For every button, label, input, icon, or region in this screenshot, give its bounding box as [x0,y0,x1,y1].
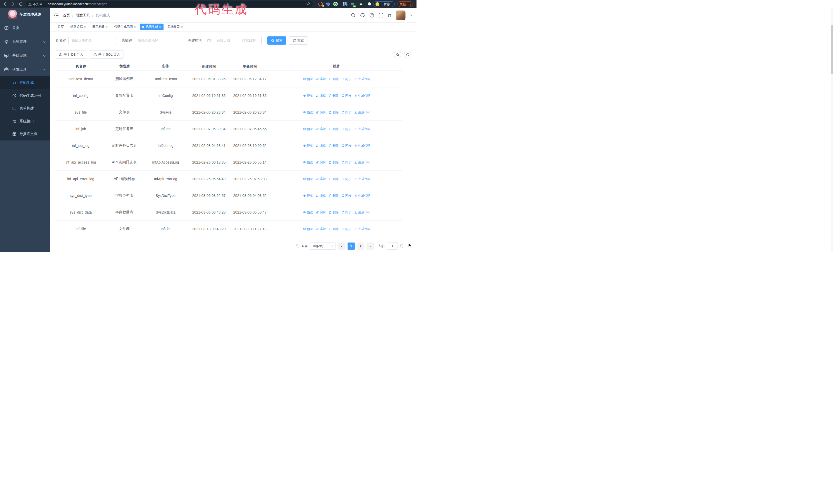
address-bar[interactable]: 不安全 dashboard.yudao.iocoder.cn/tool/code… [26,1,313,7]
generate-code-action[interactable]: 生成代码 [354,177,371,181]
preview-action[interactable]: 预览 [303,127,313,131]
edit-action[interactable]: 编辑 [316,177,326,181]
toggle-search-button[interactable] [394,51,401,58]
sync-action[interactable]: 同步 [341,144,351,148]
help-icon[interactable] [369,13,374,18]
delete-action[interactable]: 删除 [329,177,339,181]
extension-icon-robot[interactable] [359,2,363,6]
tab-codegen-example[interactable]: 代码生成示例× [112,24,138,30]
preview-action[interactable]: 预览 [303,160,313,165]
extension-icon-grid[interactable] [342,2,347,6]
search-button[interactable]: 搜索 [267,37,286,45]
search-icon[interactable] [351,13,356,18]
generate-code-action[interactable]: 生成代码 [354,110,371,115]
extension-icon-dark[interactable]: on [350,2,355,6]
reload-icon[interactable] [19,2,23,6]
fullscreen-icon[interactable] [379,13,383,18]
tab-home[interactable]: 首页 [55,24,66,30]
tab-system-api[interactable]: 系统接口× [165,24,185,30]
close-icon[interactable]: × [84,25,86,28]
bookmark-star-icon[interactable] [306,2,310,7]
delete-action[interactable]: 删除 [329,194,339,198]
delete-action[interactable]: 删除 [329,227,339,231]
font-size-icon[interactable]: tT [388,13,391,18]
sidebar-item-code-generation-example[interactable]: 代码生成示例 [0,89,50,102]
preview-action[interactable]: 预览 [303,194,313,198]
close-icon[interactable]: × [159,25,161,28]
back-icon[interactable] [3,2,7,6]
breadcrumb-home[interactable]: 首页 [63,13,70,18]
refresh-table-button[interactable] [404,51,411,58]
date-end-placeholder[interactable]: 结束日期 [239,38,259,43]
sidebar-item-system-management[interactable]: 系统管理 [0,35,50,49]
reset-button[interactable]: 重置 [289,37,308,45]
sidebar-item-form-builder[interactable]: 表单构建 [0,102,50,115]
generate-code-action[interactable]: 生成代码 [354,144,371,148]
date-start-placeholder[interactable]: 开始日期 [213,38,234,43]
next-page-button[interactable]: › [366,242,374,250]
edit-action[interactable]: 编辑 [316,227,326,231]
browser-update-button[interactable]: 更新 [398,1,413,7]
profile-paused-badge[interactable]: 已暂停 [373,1,395,7]
sync-action[interactable]: 同步 [341,110,351,115]
sync-action[interactable]: 同步 [341,194,351,198]
close-icon[interactable]: × [106,25,108,28]
extension-icon-1[interactable]: 1 [318,2,323,6]
close-icon[interactable]: × [181,25,183,28]
tab-trace[interactable]: 链路追踪× [68,24,88,30]
generate-code-action[interactable]: 生成代码 [354,94,371,98]
delete-action[interactable]: 删除 [329,144,339,148]
preview-action[interactable]: 预览 [303,177,313,181]
generate-code-action[interactable]: 生成代码 [354,160,371,165]
import-db-button[interactable]: 基于 DB 导入 [55,50,87,59]
edit-action[interactable]: 编辑 [316,94,326,98]
edit-action[interactable]: 编辑 [316,194,326,198]
close-icon[interactable]: × [134,25,136,28]
delete-action[interactable]: 删除 [329,77,339,81]
security-warning[interactable]: 不安全 [28,2,42,6]
prev-page-button[interactable]: ‹ [338,242,345,250]
sync-action[interactable]: 同步 [341,210,351,215]
extension-icon-check[interactable] [333,2,338,6]
sidebar-item-system-api[interactable]: 系统接口 [0,115,50,128]
sidebar-item-home[interactable]: 首页 [0,21,50,35]
edit-action[interactable]: 编辑 [316,110,326,115]
generate-code-action[interactable]: 生成代码 [354,210,371,215]
preview-action[interactable]: 预览 [303,210,313,215]
edit-action[interactable]: 编辑 [316,77,326,81]
preview-action[interactable]: 预览 [303,77,313,81]
page-size-select[interactable]: 10条/页 [310,242,336,250]
generate-code-action[interactable]: 生成代码 [354,127,371,131]
extension-icon-ghost[interactable] [367,2,372,6]
generate-code-action[interactable]: 生成代码 [354,77,371,81]
edit-action[interactable]: 编辑 [316,210,326,215]
tab-form-builder[interactable]: 表单构建× [90,24,110,30]
extension-icon-gem[interactable] [326,2,330,6]
user-menu-caret-icon[interactable] [410,15,412,17]
delete-action[interactable]: 删除 [329,127,339,131]
sync-action[interactable]: 同步 [341,227,351,231]
sync-action[interactable]: 同步 [341,77,351,81]
delete-action[interactable]: 删除 [329,160,339,165]
goto-page-input[interactable] [387,242,398,250]
sync-action[interactable]: 同步 [341,177,351,181]
sidebar-item-database-docs[interactable]: 数据库文档 [0,128,50,141]
tab-codegen[interactable]: 代码生成× [140,24,163,30]
preview-action[interactable]: 预览 [303,144,313,148]
import-sql-button[interactable]: 基于 SQL 导入 [90,50,124,59]
table-name-input[interactable] [68,36,116,45]
sync-action[interactable]: 同步 [341,160,351,165]
generate-code-action[interactable]: 生成代码 [354,194,371,198]
edit-action[interactable]: 编辑 [316,144,326,148]
breadcrumb-dev-tools[interactable]: 研发工具 [76,13,90,18]
preview-action[interactable]: 预览 [303,110,313,115]
delete-action[interactable]: 删除 [329,210,339,215]
delete-action[interactable]: 删除 [329,110,339,115]
forward-icon[interactable] [10,2,15,6]
sync-action[interactable]: 同步 [341,127,351,131]
preview-action[interactable]: 预览 [303,94,313,98]
delete-action[interactable]: 删除 [329,94,339,98]
generate-code-action[interactable]: 生成代码 [354,227,371,231]
browser-menu-icon[interactable] [410,2,411,6]
page-button-2[interactable]: 2 [357,242,364,250]
